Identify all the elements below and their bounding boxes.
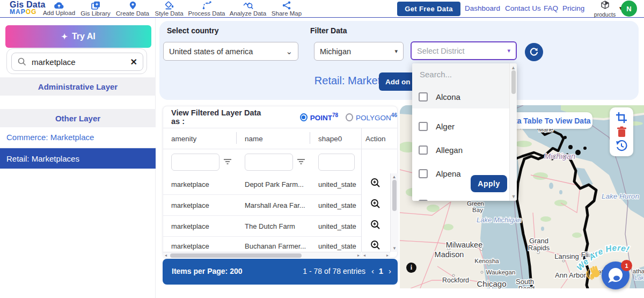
state-select[interactable]: Michigan ▾ bbox=[314, 42, 404, 61]
view-mode-row: View Filtered Layer Data as : POINT78 PO… bbox=[163, 106, 397, 128]
history-icon[interactable] bbox=[616, 140, 627, 152]
nav-label-create-data: Create Data bbox=[116, 10, 149, 17]
scroll-down-icon[interactable]: ▼ bbox=[391, 246, 398, 251]
column-header-action: Action bbox=[365, 128, 386, 149]
layer-item-retail-marketplaces[interactable]: Retail: Marketplaces bbox=[0, 148, 156, 169]
vertical-scrollbar[interactable]: ▲ ▼ bbox=[390, 173, 398, 252]
map-info-button[interactable]: i bbox=[406, 263, 416, 273]
point-label[interactable]: POINT78 bbox=[310, 112, 338, 122]
polygon-text: POLYGON bbox=[356, 114, 391, 122]
chat-notification-badge: 1 bbox=[621, 260, 632, 271]
apply-button[interactable]: Apply bbox=[471, 175, 507, 192]
zoom-to-feature-icon[interactable] bbox=[370, 240, 380, 250]
products-menu[interactable]: products bbox=[592, 1, 617, 18]
name-filter-icon[interactable] bbox=[297, 158, 305, 165]
scroll-down-icon[interactable]: ▼ bbox=[510, 194, 517, 199]
scroll-left-icon[interactable]: ◂ bbox=[363, 253, 365, 258]
nav-item-gis-library[interactable]: Gis Library bbox=[79, 1, 112, 17]
dropdown-scroll-thumb[interactable] bbox=[511, 70, 516, 94]
shape0-filter-input[interactable] bbox=[318, 154, 355, 171]
share-icon bbox=[282, 1, 291, 10]
column-header-amenity[interactable]: amenity bbox=[171, 128, 196, 149]
layer-search-input[interactable] bbox=[32, 57, 123, 67]
zoom-to-feature-icon[interactable] bbox=[370, 199, 380, 209]
district-option-label: Allegan bbox=[436, 146, 463, 155]
scroll-up-icon[interactable]: ▲ bbox=[391, 175, 398, 179]
nav-link-faq[interactable]: FAQ bbox=[544, 4, 558, 12]
district-search-input[interactable] bbox=[412, 63, 509, 85]
point-radio[interactable] bbox=[300, 113, 308, 121]
nav-link-dashboard[interactable]: Dashboard bbox=[465, 4, 500, 12]
scroll-up-icon[interactable]: ▲ bbox=[510, 65, 517, 70]
nav-item-create-data[interactable]: Create Data bbox=[116, 1, 149, 17]
checkbox-icon[interactable] bbox=[419, 169, 428, 178]
zoom-to-feature-icon[interactable] bbox=[370, 220, 380, 230]
nav-item-add-upload[interactable]: Add Upload bbox=[42, 1, 76, 16]
header-divider bbox=[163, 149, 397, 149]
polygon-radio[interactable] bbox=[346, 113, 353, 121]
app-logo[interactable]: Gis Data MAPOG bbox=[10, 1, 46, 15]
action-horizontal-scrollbar[interactable]: ◂ ▸ bbox=[362, 252, 390, 258]
district-option-label: Alpena bbox=[436, 169, 461, 178]
try-ai-button[interactable]: ✦Try AI bbox=[5, 25, 151, 48]
layer-item-commerce-marketplace[interactable]: Commerce: Marketplace bbox=[0, 127, 156, 148]
map-pin-icon bbox=[129, 1, 136, 10]
checkbox-icon[interactable] bbox=[419, 146, 428, 155]
scroll-right-icon[interactable]: ▸ bbox=[357, 253, 360, 258]
get-free-data-button[interactable]: Get Free Data bbox=[397, 2, 460, 16]
filter-panel: Select country United states of america … bbox=[159, 21, 639, 100]
polygon-label[interactable]: POLYGON46 bbox=[356, 112, 397, 122]
map-label-grand-rapids-2: Rapids bbox=[528, 244, 550, 252]
cell-name: The Dutch Farm bbox=[245, 222, 312, 230]
zoom-to-feature-icon[interactable] bbox=[370, 178, 380, 188]
country-chevron-icon: ⌄ bbox=[286, 47, 292, 56]
left-sidebar: ✦Try AI ✕ Administrative Layer Other Lay… bbox=[0, 18, 156, 298]
layer-search-box[interactable]: ✕ bbox=[11, 53, 143, 71]
country-select[interactable]: United states of america ⌄ bbox=[163, 42, 298, 61]
nav-item-style-data[interactable]: Style Data bbox=[153, 1, 185, 17]
nav-item-share-map[interactable]: Share Map bbox=[270, 1, 303, 17]
column-separator bbox=[310, 132, 310, 144]
try-ai-label: Try AI bbox=[72, 32, 96, 41]
current-page-number[interactable]: 1 bbox=[379, 266, 383, 275]
clear-search-icon[interactable]: ✕ bbox=[130, 57, 137, 67]
checkbox-icon[interactable] bbox=[419, 92, 428, 101]
scroll-right-icon[interactable]: ▸ bbox=[386, 253, 389, 258]
amenity-filter-input[interactable] bbox=[171, 154, 219, 171]
chat-badge-count: 1 bbox=[625, 263, 628, 269]
nav-item-process-data[interactable]: Process Data bbox=[188, 1, 225, 17]
district-option-alger[interactable]: Alger bbox=[412, 114, 509, 138]
map-label-ann-arbor: Ann Arbor bbox=[555, 271, 586, 279]
checkbox-icon[interactable] bbox=[419, 122, 428, 131]
checkbox-icon[interactable] bbox=[419, 200, 428, 201]
column-header-name[interactable]: name bbox=[245, 128, 263, 149]
district-option-allegan[interactable]: Allegan bbox=[412, 138, 509, 162]
refresh-button[interactable] bbox=[525, 43, 543, 61]
country-select-value: United states of america bbox=[169, 47, 253, 56]
items-per-page-label: Items per Page: 200 bbox=[172, 267, 243, 275]
prev-page-icon[interactable]: ‹ bbox=[371, 266, 374, 275]
nav-link-contact-us[interactable]: Contact Us bbox=[505, 4, 541, 12]
amenity-filter-icon[interactable] bbox=[223, 158, 232, 165]
map-label-madison: Madison bbox=[435, 250, 464, 259]
delete-icon[interactable] bbox=[617, 126, 627, 137]
user-avatar[interactable]: N bbox=[621, 1, 637, 17]
horizontal-scroll-thumb[interactable] bbox=[170, 253, 302, 258]
district-select[interactable]: Select District ▾ bbox=[411, 41, 517, 60]
scroll-left-icon[interactable]: ◂ bbox=[165, 253, 167, 258]
crop-icon[interactable] bbox=[616, 112, 627, 123]
name-filter-input[interactable] bbox=[245, 154, 293, 171]
district-option-alcona[interactable]: Alcona bbox=[412, 85, 509, 108]
district-option-partial[interactable] bbox=[412, 192, 509, 201]
district-chevron-icon: ▾ bbox=[507, 47, 510, 54]
vertical-scroll-thumb[interactable] bbox=[392, 180, 397, 211]
nav-item-analyze-data[interactable]: Analyze Data bbox=[229, 1, 267, 17]
entries-range-label: 1 - 78 of 78 entries bbox=[303, 267, 365, 275]
column-header-shape0[interactable]: shape0 bbox=[318, 128, 342, 149]
logo-og-text: OG bbox=[26, 8, 37, 16]
avatar-initial: N bbox=[626, 5, 631, 13]
next-page-icon[interactable]: › bbox=[389, 266, 391, 275]
dropdown-scrollbar[interactable]: ▲ ▼ bbox=[509, 63, 517, 201]
nav-link-pricing[interactable]: Pricing bbox=[562, 4, 584, 12]
horizontal-scrollbar[interactable]: ◂ ▸ bbox=[163, 252, 361, 258]
